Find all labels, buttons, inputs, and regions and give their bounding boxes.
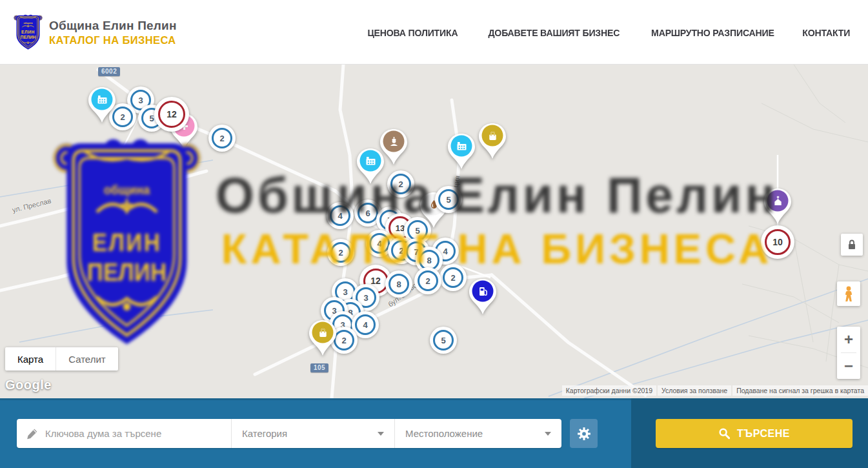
- cluster-marker[interactable]: 2: [208, 125, 236, 152]
- svg-text:община: община: [24, 22, 33, 25]
- watermark-subtitle: КАТАЛОГ НА БИЗНЕСА: [217, 225, 777, 273]
- search-input-group: Категория Местоположение: [17, 419, 561, 448]
- attribution-report-error-link[interactable]: Подаване на сигнал за грешка в картата: [732, 385, 868, 396]
- map-pin-factory[interactable]: [447, 133, 476, 170]
- municipality-logo: общинаЕЛИНПЕЛИН: [14, 14, 43, 51]
- zoom-out-button[interactable]: −: [837, 353, 860, 379]
- map-pin-bag[interactable]: [308, 320, 338, 357]
- cluster-count: 12: [154, 97, 189, 132]
- pegman-icon: [842, 285, 856, 302]
- map-pin-bag[interactable]: [478, 123, 507, 160]
- svg-text:ПЕЛИН: ПЕЛИН: [87, 258, 167, 286]
- location-dropdown-label: Местоположение: [405, 428, 483, 439]
- watermark-municipality-logo: общинаЕЛИНПЕЛИН: [52, 137, 202, 352]
- brand[interactable]: общинаЕЛИНПЕЛИН Община Елин Пелин КАТАЛО…: [14, 14, 177, 51]
- cluster-marker[interactable]: 12: [154, 97, 189, 132]
- main-nav: ЦЕНОВА ПОЛИТИКА ДОБАВЕТЕ ВАШИЯТ БИЗНЕС М…: [365, 0, 852, 65]
- search-icon: [718, 427, 731, 440]
- search-bar: Категория Местоположение: [0, 398, 868, 468]
- svg-text:ЕЛИН: ЕЛИН: [92, 229, 161, 257]
- zoom-control: + −: [837, 327, 860, 379]
- keyword-field-wrap: [17, 419, 231, 448]
- attribution-terms-link[interactable]: Условия за ползване: [658, 385, 731, 396]
- nav-add-your-business[interactable]: ДОБАВЕТЕ ВАШИЯТ БИЗНЕС: [488, 27, 620, 38]
- keyword-search-input[interactable]: [45, 428, 223, 439]
- svg-text:ПЕЛИН: ПЕЛИН: [21, 35, 36, 39]
- advanced-search-button[interactable]: [570, 419, 598, 448]
- map-lock-button[interactable]: [841, 234, 863, 256]
- nav-contacts[interactable]: КОНТАКТИ: [803, 27, 851, 38]
- header: общинаЕЛИНПЕЛИН Община Елин Пелин КАТАЛО…: [0, 0, 868, 65]
- chevron-down-icon: [545, 432, 551, 436]
- svg-text:община: община: [104, 182, 150, 197]
- search-button[interactable]: ТЪРСЕНЕ: [656, 419, 853, 448]
- map-attribution: Картографски данни ©2019 Условия за полз…: [562, 385, 868, 396]
- category-dropdown-label: Категория: [242, 428, 287, 439]
- watermark-title: Община Елин Пелин: [213, 167, 781, 224]
- nav-route-schedule[interactable]: МАРШРУТНО РАЗПИСАНИЕ: [651, 27, 774, 38]
- google-logo[interactable]: Google: [5, 378, 52, 392]
- map-type-control: Карта Сателит: [5, 347, 118, 371]
- map-pin-worker[interactable]: [379, 128, 409, 166]
- chevron-down-icon: [378, 432, 384, 436]
- page: общинаЕЛИНПЕЛИН Община Елин Пелин КАТАЛО…: [0, 0, 868, 468]
- cluster-count: 5: [430, 327, 457, 354]
- nav-pricing-policy[interactable]: ЦЕНОВА ПОЛИТИКА: [368, 27, 458, 38]
- pencil-icon: [26, 427, 39, 440]
- gear-icon: [577, 427, 591, 441]
- category-dropdown[interactable]: Категория: [231, 419, 394, 448]
- cluster-marker[interactable]: 8: [385, 270, 412, 298]
- cluster-count: 8: [385, 270, 412, 298]
- map-type-satellite-button[interactable]: Сателит: [56, 347, 118, 371]
- map-type-map-button[interactable]: Карта: [5, 347, 56, 371]
- location-dropdown[interactable]: Местоположение: [394, 419, 561, 448]
- map-pin-fuel[interactable]: [468, 278, 498, 316]
- brand-title: Община Елин Пелин: [49, 19, 177, 33]
- search-button-label: ТЪРСЕНЕ: [737, 428, 790, 440]
- zoom-in-button[interactable]: +: [837, 327, 860, 352]
- lock-icon: [845, 238, 858, 251]
- svg-text:ЕЛИН: ЕЛИН: [21, 30, 35, 34]
- brand-subtitle: КАТАЛОГ НА БИЗНЕСА: [49, 34, 177, 46]
- map-canvas[interactable]: ул. Преслав бул. „Новосел ция 6002 105 3…: [0, 65, 868, 398]
- street-view-pegman-button[interactable]: [837, 281, 860, 306]
- cluster-count: 2: [208, 125, 236, 152]
- map-pin-factory[interactable]: [87, 86, 117, 124]
- attribution-copyright: Картографски данни ©2019: [562, 385, 656, 396]
- cluster-marker[interactable]: 5: [430, 327, 457, 354]
